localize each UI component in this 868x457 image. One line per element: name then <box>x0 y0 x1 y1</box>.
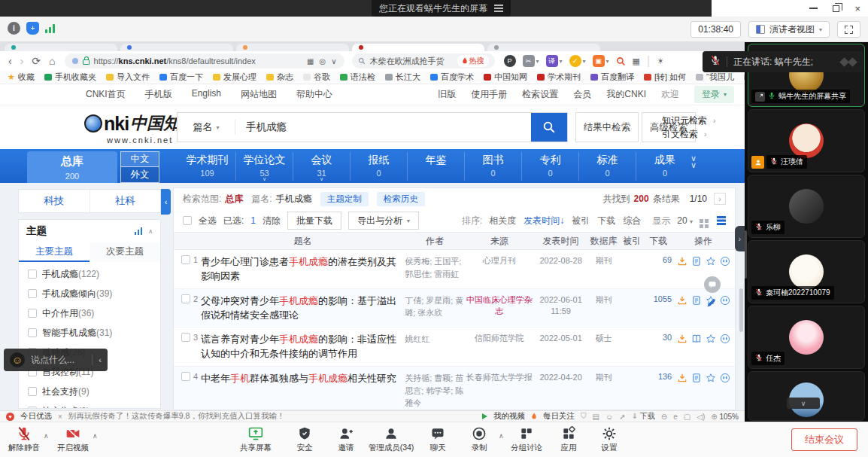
table-row[interactable]: 4中老年手机群体孤独感与手机成瘾相关性研究关持循; 曹颖; 苗思言; 韩学琴; … <box>174 367 735 410</box>
db-tab-会议[interactable]: 会议31∨ <box>293 152 351 181</box>
scope-value[interactable]: 总库 <box>225 193 243 206</box>
cnki-nav-link[interactable]: 使用手册 <box>471 88 507 101</box>
translate-icon[interactable]: 译 <box>546 55 558 67</box>
result-source[interactable]: 心理月刊 <box>465 255 534 267</box>
extension-icon[interactable]: ◎ <box>319 57 326 66</box>
participant-tile-partial[interactable] <box>748 371 865 421</box>
bookmark-item[interactable]: “我国儿 <box>696 72 734 83</box>
star-icon-button[interactable] <box>706 334 716 347</box>
banner-menu-icon[interactable] <box>494 8 503 9</box>
promo-label[interactable]: 今日优选 <box>20 411 52 422</box>
citation-search-link[interactable]: 引文检索› <box>662 127 716 141</box>
bookmark-item[interactable]: 发展心理 <box>213 72 256 83</box>
topic-item[interactable]: 社会支持(9) <box>19 382 160 401</box>
topic-checkbox[interactable] <box>28 309 37 318</box>
tab-primary-topic[interactable]: 主要主题 <box>19 242 90 262</box>
bookmark-item[interactable]: 中国知网 <box>484 72 527 83</box>
participant-tile[interactable]: 汪瑛倩 <box>748 109 865 172</box>
ad-text[interactable]: 别再玩假传奇了！这款传奇爆率9.8，你找到充值入口算我输！ <box>68 411 285 422</box>
search-button[interactable] <box>531 113 567 142</box>
grid-view-icon[interactable] <box>700 219 703 223</box>
row-checkbox[interactable] <box>181 372 190 381</box>
participant-tile[interactable]: 秦珂楠2022710079 <box>748 240 865 303</box>
smiley-icon[interactable]: ☺ <box>605 413 613 421</box>
star-icon-button[interactable] <box>706 256 716 270</box>
chart-icon[interactable] <box>135 227 143 235</box>
theme-icon[interactable]: ☀ <box>657 56 664 66</box>
search-input[interactable]: 手机成瘾 <box>235 113 531 142</box>
result-source[interactable]: 中国临床心理学杂志 <box>465 294 534 318</box>
fullscreen-button[interactable] <box>837 21 860 38</box>
topic-checkbox[interactable] <box>28 328 37 337</box>
topic-item[interactable]: 手机成瘾(122) <box>19 264 160 284</box>
result-authors[interactable]: 关持循; 曹颖; 苗思言; 韩学琴; 陈雅今 <box>405 372 465 410</box>
sort-下载[interactable]: 下载 <box>597 215 615 227</box>
search-in-results-button[interactable]: 结果中检索 <box>575 112 639 142</box>
result-authors[interactable]: 丁倩; 罗星雨; 黄璐; 张永欣 <box>405 294 465 319</box>
search-history-button[interactable]: 检索历史 <box>377 192 425 206</box>
tab-social[interactable]: 社科 <box>90 190 161 212</box>
end-meeting-button[interactable]: 结束会议 <box>791 428 857 451</box>
page-size-selector[interactable]: 20 ▾ <box>677 215 693 226</box>
quote-icon-button[interactable] <box>720 334 730 347</box>
topic-item[interactable]: 社交焦虑(9) <box>19 401 160 409</box>
export-analyze-button[interactable]: 导出与分析▾ <box>348 212 419 230</box>
row-checkbox[interactable] <box>181 255 190 264</box>
download-icon-button[interactable] <box>677 373 687 386</box>
emoji-icon[interactable]: ☺ <box>10 352 25 367</box>
browser-tabstrip[interactable] <box>0 42 745 51</box>
cnki-nav-link[interactable]: CNKI首页 <box>86 88 126 101</box>
window-icon[interactable]: ▢ <box>684 413 690 421</box>
quick-chat-overlay[interactable]: ☺ 说点什么... ‹ <box>4 349 108 371</box>
apps-grid-icon[interactable]: ▦ <box>633 56 640 66</box>
search-field-selector[interactable]: 篇名▾ <box>178 113 235 142</box>
sidebar-collapse-button[interactable]: ‹ <box>161 189 171 215</box>
participant-tile[interactable]: 乐柳 <box>748 175 865 238</box>
topic-checkbox[interactable] <box>28 407 37 409</box>
clear-selection-button[interactable]: 清除 <box>263 215 281 227</box>
feedback-bubble-button[interactable] <box>704 276 721 293</box>
db-tab-报纸[interactable]: 报纸0 <box>351 152 408 181</box>
db-tab-图书[interactable]: 图书0 <box>465 152 522 181</box>
table-row[interactable]: 1青少年心理门诊患者手机成瘾的潜在类别及其影响因素侯秀梅; 王国平; 郭思佳; … <box>174 250 735 289</box>
tool-设置[interactable]: 设置 <box>578 426 641 453</box>
minimize-button[interactable] <box>809 8 818 9</box>
back-icon[interactable]: ‹ <box>8 55 12 67</box>
cnki-nav-link[interactable]: 帮助中心 <box>296 88 332 101</box>
next-page-button[interactable]: › <box>714 193 726 205</box>
sort-相关度[interactable]: 相关度 <box>489 215 516 227</box>
tab-total-library[interactable]: 总库200 <box>27 151 117 183</box>
hot-search-badge[interactable]: 热搜 <box>457 55 489 67</box>
result-authors[interactable]: 侯秀梅; 王国平; 郭思佳; 雷雨虹 <box>405 255 465 280</box>
result-source[interactable]: 长春师范大学学报 <box>465 372 534 383</box>
note-pencil-button[interactable] <box>706 297 717 312</box>
quote-icon-button[interactable] <box>720 295 730 309</box>
cnki-nav-link[interactable]: 手机版 <box>145 88 172 101</box>
home-icon[interactable]: ⌂ <box>49 55 55 67</box>
book-icon-button[interactable] <box>691 334 702 347</box>
db-tab-学位论文[interactable]: 学位论文53∨ <box>236 152 293 181</box>
participant-tile[interactable]: 任杰 <box>748 306 865 369</box>
topic-custom-button[interactable]: 主题定制 <box>320 192 369 206</box>
db-tab-学术期刊[interactable]: 学术期刊109 <box>179 152 236 181</box>
view-mode-selector[interactable]: 演讲者视图 ▾ <box>748 21 830 38</box>
sort-发表时间[interactable]: 发表时间↓ <box>524 215 564 227</box>
panel-scrollbar[interactable] <box>745 230 747 279</box>
download-icon[interactable]: ⇓ 下载 <box>632 411 655 422</box>
topic-item[interactable]: 手机成瘾倾向(39) <box>19 284 160 303</box>
tool-开启视频[interactable]: 开启视频 <box>41 426 105 453</box>
table-row[interactable]: 2父母冲突对青少年手机成瘾的影响：基于溢出假说和情绪安全感理论丁倩; 罗星雨; … <box>174 289 735 328</box>
cnki-nav-link[interactable]: 旧版 <box>438 88 456 101</box>
reader-icon[interactable]: ▦ <box>307 57 314 66</box>
tab-chinese[interactable]: 中文 <box>120 151 159 167</box>
shield-icon[interactable]: ⛉ <box>581 412 587 421</box>
result-source[interactable]: 信阳师范学院 <box>465 333 534 344</box>
close-button[interactable]: × <box>854 4 860 14</box>
info-icon[interactable]: i <box>8 22 20 35</box>
result-title[interactable]: 谎言养育对青少年手机成瘾的影响：非适应性认知的中介和无条件接纳的调节作用 <box>201 333 405 361</box>
cnki-nav-link[interactable]: 检索设置 <box>522 88 558 101</box>
chevron-up-icon[interactable]: ∧ <box>93 432 98 440</box>
bookmark-item[interactable]: 百度翻译 <box>590 72 634 83</box>
db-tab-专利[interactable]: 专利0 <box>522 152 579 181</box>
result-actions[interactable] <box>672 333 735 347</box>
